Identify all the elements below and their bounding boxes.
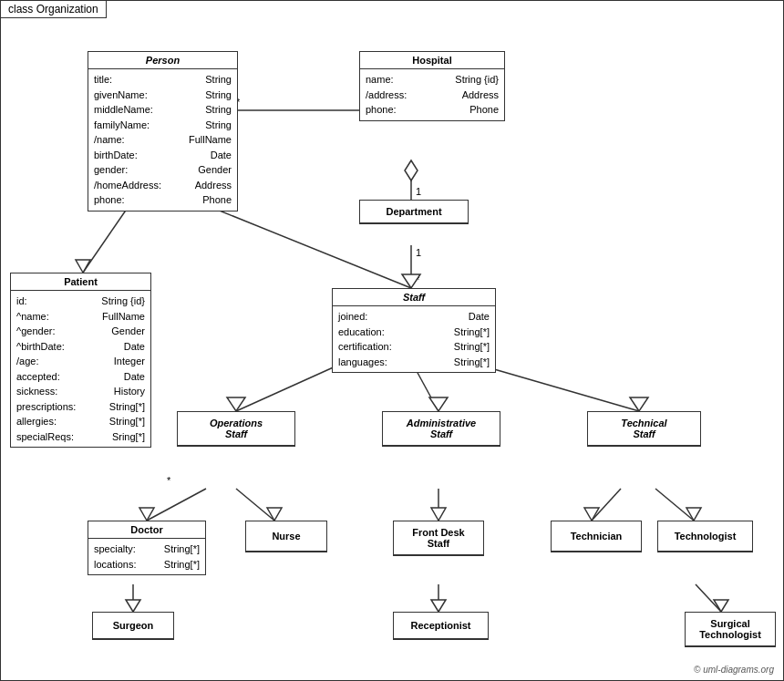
svg-marker-21 [267, 508, 282, 521]
svg-line-18 [147, 489, 206, 521]
svg-text:1: 1 [416, 186, 421, 197]
svg-marker-29 [126, 600, 140, 612]
svg-marker-3 [405, 160, 418, 181]
operations-staff-class: OperationsStaff [177, 411, 295, 447]
technologist-title: Technologist [658, 521, 752, 552]
surgeon-title: Surgeon [93, 613, 173, 639]
nurse-title: Nurse [246, 521, 326, 552]
front-desk-staff-title: Front DeskStaff [394, 521, 483, 555]
front-desk-staff-class: Front DeskStaff [393, 521, 484, 556]
svg-text:*: * [167, 475, 171, 486]
svg-line-26 [655, 489, 694, 521]
department-class: Department [359, 200, 469, 224]
svg-line-12 [236, 361, 347, 411]
svg-marker-19 [139, 508, 154, 521]
staff-title: Staff [333, 289, 495, 306]
svg-line-32 [696, 584, 721, 612]
diagram-container: class Organization * 1 1 * [0, 0, 784, 681]
doctor-class: Doctor specialty:String[*] locations:Str… [88, 521, 206, 575]
receptionist-title: Receptionist [394, 613, 488, 639]
svg-text:*: * [416, 274, 420, 285]
svg-text:1: 1 [416, 247, 421, 258]
svg-marker-33 [714, 600, 728, 612]
nurse-class: Nurse [245, 521, 327, 552]
doctor-title: Doctor [88, 521, 205, 539]
technician-class: Technician [551, 521, 642, 552]
hospital-attrs: name:String {id} /address:Address phone:… [360, 69, 504, 120]
person-attrs: title:String givenName:String middleName… [88, 69, 237, 211]
person-class: Person title:String givenName:String mid… [88, 51, 238, 212]
surgical-technologist-title: SurgicalTechnologist [686, 613, 775, 646]
svg-marker-13 [227, 397, 245, 411]
svg-marker-27 [686, 508, 701, 521]
svg-line-24 [592, 489, 621, 521]
receptionist-class: Receptionist [393, 612, 489, 640]
svg-marker-25 [584, 508, 599, 521]
surgeon-class: Surgeon [92, 612, 174, 640]
administrative-staff-class: AdministrativeStaff [382, 411, 500, 447]
svg-marker-11 [402, 274, 420, 288]
staff-class: Staff joined:Date education:String[*] ce… [332, 288, 496, 373]
administrative-staff-title: AdministrativeStaff [383, 412, 500, 446]
person-title: Person [88, 52, 237, 69]
copyright: © uml-diagrams.org [694, 665, 774, 675]
svg-marker-15 [429, 397, 448, 411]
department-title: Department [360, 201, 468, 223]
hospital-title: Hospital [360, 52, 504, 69]
patient-class: Patient id:String {id} ^name:FullName ^g… [10, 273, 151, 448]
technical-staff-title: TechnicalStaff [588, 412, 700, 446]
technical-staff-class: TechnicalStaff [587, 411, 701, 447]
hospital-class: Hospital name:String {id} /address:Addre… [359, 51, 505, 121]
svg-marker-9 [76, 260, 90, 273]
svg-line-20 [236, 489, 274, 521]
technologist-class: Technologist [657, 521, 753, 552]
staff-attrs: joined:Date education:String[*] certific… [333, 306, 495, 372]
surgical-technologist-class: SurgicalTechnologist [685, 612, 776, 647]
svg-marker-23 [431, 508, 446, 521]
svg-marker-31 [431, 600, 446, 612]
patient-attrs: id:String {id} ^name:FullName ^gender:Ge… [11, 291, 150, 447]
doctor-attrs: specialty:String[*] locations:String[*] [88, 539, 205, 574]
technician-title: Technician [552, 521, 641, 552]
patient-title: Patient [11, 273, 150, 291]
diagram-title: class Organization [1, 1, 107, 18]
svg-marker-17 [630, 397, 648, 411]
operations-staff-title: OperationsStaff [178, 412, 294, 446]
